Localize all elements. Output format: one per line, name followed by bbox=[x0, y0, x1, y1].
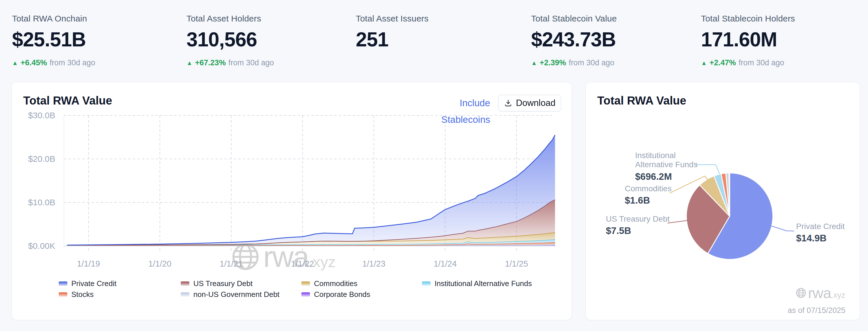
stat-change: ▲ +67.23% from 30d ago bbox=[186, 58, 274, 67]
stat-label: Total Asset Holders bbox=[186, 14, 274, 24]
up-triangle-icon: ▲ bbox=[12, 60, 18, 66]
svg-text:1/1/19: 1/1/19 bbox=[77, 259, 100, 268]
legend-item-non-us-government-debt[interactable]: non-US Government Debt bbox=[181, 290, 280, 299]
stat-value: $25.51B bbox=[12, 28, 95, 51]
total-rwa-value-pie-card: Total RWA Value Institutional Alternativ… bbox=[586, 82, 860, 320]
svg-text:$0.00K: $0.00K bbox=[28, 241, 55, 251]
legend-item-us-treasury-debt[interactable]: US Treasury Debt bbox=[181, 279, 253, 288]
legend-label: non-US Government Debt bbox=[193, 290, 280, 299]
legend-label: US Treasury Debt bbox=[193, 279, 253, 288]
stat-total-stablecoin-holders: Total Stablecoin Holders 171.60M ▲ +2.47… bbox=[701, 14, 795, 67]
stat-total-rwa-onchain: Total RWA Onchain $25.51B ▲ +6.45% from … bbox=[12, 14, 95, 67]
pie-label-value: $1.6B bbox=[625, 195, 672, 206]
stat-change: ▲ +6.45% from 30d ago bbox=[12, 58, 95, 67]
stat-change-pct: +6.45% bbox=[21, 58, 47, 67]
legend-item-commodities[interactable]: Commodities bbox=[301, 279, 358, 288]
pie-label-value: $696.2M bbox=[635, 171, 700, 182]
up-triangle-icon: ▲ bbox=[186, 60, 192, 66]
stat-change-pct: +2.47% bbox=[710, 58, 736, 67]
stat-value: 310,566 bbox=[186, 28, 274, 51]
pie-label-name: Private Credit bbox=[796, 222, 845, 231]
stat-value: $243.73B bbox=[531, 28, 617, 51]
pie-label-name: US Treasury Debt bbox=[606, 214, 670, 224]
svg-text:$20.0B: $20.0B bbox=[28, 154, 55, 164]
svg-text:1/1/21: 1/1/21 bbox=[220, 259, 243, 268]
stat-label: Total RWA Onchain bbox=[12, 14, 95, 24]
legend-swatch-icon bbox=[181, 282, 189, 286]
stat-total-stablecoin-value: Total Stablecoin Value $243.73B ▲ +2.39%… bbox=[531, 14, 617, 67]
up-triangle-icon: ▲ bbox=[701, 60, 707, 66]
total-rwa-value-area-card: Total RWA Value Include Stablecoins Down… bbox=[11, 82, 572, 320]
stat-total-asset-holders: Total Asset Holders 310,566 ▲ +67.23% fr… bbox=[186, 14, 274, 67]
pie-label-private-credit: Private Credit $14.9B bbox=[796, 222, 845, 244]
legend-item-private-credit[interactable]: Private Credit bbox=[59, 279, 117, 288]
legend-label: Institutional Alternative Funds bbox=[435, 279, 532, 288]
pie-label-us-treasury-debt: US Treasury Debt $7.5B bbox=[606, 214, 670, 236]
svg-text:$30.0B: $30.0B bbox=[28, 110, 55, 120]
legend-swatch-icon bbox=[301, 292, 310, 297]
legend-label: Commodities bbox=[314, 279, 358, 288]
pie-label-commodities: Commodities $1.6B bbox=[625, 184, 672, 206]
stat-change: ▲ +2.39% from 30d ago bbox=[531, 58, 617, 67]
stat-label: Total Stablecoin Value bbox=[531, 14, 617, 24]
legend-swatch-icon bbox=[181, 292, 189, 297]
legend-swatch-icon bbox=[422, 282, 431, 286]
stat-label: Total Stablecoin Holders bbox=[701, 14, 795, 24]
legend-swatch-icon bbox=[59, 282, 67, 286]
pie-label-name: Institutional Alternative Funds bbox=[635, 151, 700, 169]
svg-text:1/1/24: 1/1/24 bbox=[434, 259, 457, 268]
stat-label: Total Asset Issuers bbox=[356, 14, 429, 24]
pie-label-value: $14.9B bbox=[796, 233, 845, 244]
up-triangle-icon: ▲ bbox=[531, 60, 537, 66]
pie-label-institutional-alternative-funds: Institutional Alternative Funds $696.2M bbox=[635, 151, 700, 182]
pie-label-name: Commodities bbox=[625, 184, 672, 193]
legend-item-stocks[interactable]: Stocks bbox=[59, 290, 94, 299]
legend-swatch-icon bbox=[59, 292, 67, 297]
legend-item-corporate-bonds[interactable]: Corporate Bonds bbox=[301, 290, 370, 299]
svg-text:1/1/22: 1/1/22 bbox=[291, 259, 314, 268]
legend-label: Stocks bbox=[71, 290, 94, 299]
stat-total-asset-issuers: Total Asset Issuers 251 bbox=[356, 14, 429, 51]
svg-text:1/1/23: 1/1/23 bbox=[362, 259, 385, 268]
legend-label: Corporate Bonds bbox=[314, 290, 370, 299]
stat-change-suffix: from 30d ago bbox=[228, 58, 274, 67]
stat-change-pct: +2.39% bbox=[540, 58, 566, 67]
stat-change: ▲ +2.47% from 30d ago bbox=[701, 58, 795, 67]
stat-change-pct: +67.23% bbox=[195, 58, 226, 67]
pie-label-value: $7.5B bbox=[606, 225, 670, 236]
svg-text:1/1/20: 1/1/20 bbox=[148, 259, 172, 268]
legend-label: Private Credit bbox=[71, 279, 117, 288]
stat-change-suffix: from 30d ago bbox=[739, 58, 784, 67]
legend-swatch-icon bbox=[301, 282, 310, 286]
legend-item-institutional-alternative-funds[interactable]: Institutional Alternative Funds bbox=[422, 279, 532, 288]
stat-value: 251 bbox=[356, 28, 429, 51]
svg-text:$10.0B: $10.0B bbox=[28, 198, 55, 207]
dashboard-page: Total RWA Onchain $25.51B ▲ +6.45% from … bbox=[0, 0, 868, 331]
stat-value: 171.60M bbox=[701, 28, 795, 51]
svg-text:1/1/25: 1/1/25 bbox=[505, 259, 528, 268]
stat-change-suffix: from 30d ago bbox=[50, 58, 95, 67]
stat-change-suffix: from 30d ago bbox=[569, 58, 614, 67]
